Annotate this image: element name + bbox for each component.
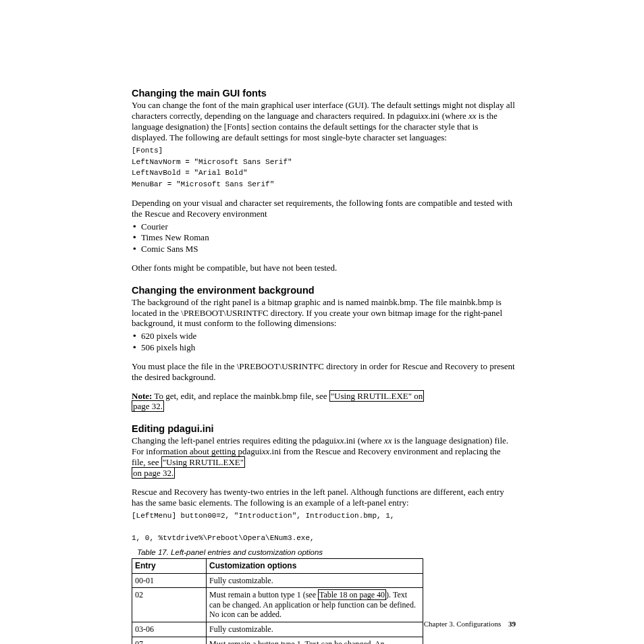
var-xx: xx <box>262 446 270 456</box>
note-bg: Note: To get, edit, and replace the main… <box>132 391 516 412</box>
options-table: Entry Customization options 00-01 Fully … <box>132 558 423 644</box>
text: Must remain a button type 1 (see <box>209 590 318 599</box>
table-header-row: Entry Customization options <box>132 558 423 573</box>
text: .ini (where <box>344 435 384 446</box>
heading-background: Changing the environment background <box>132 285 516 296</box>
code-leftmenu: [LeftMenu] button00=2, "Introduction", I… <box>132 510 516 544</box>
cell-entry: 07 <box>132 637 207 644</box>
var-xx: xx <box>336 435 344 446</box>
page-footer: Chapter 3. Configurations 39 <box>424 620 516 628</box>
section-background: Changing the environment background The … <box>132 285 516 412</box>
table-row: 07 Must remain a button type 1. Text can… <box>132 637 423 644</box>
section-editing: Editing pdagui.ini Changing the left-pan… <box>132 423 516 644</box>
var-xx: xx <box>468 111 477 121</box>
cell-opts: Must remain a button type 1 (see Table 1… <box>207 588 423 622</box>
list-item: 506 pixels high <box>141 342 516 353</box>
para-bg-1: The background of the right panel is a b… <box>132 297 516 329</box>
link-rrutil[interactable]: "Using RRUTIL.EXE" on <box>329 390 425 402</box>
cell-entry: 02 <box>132 588 207 622</box>
th-entry: Entry <box>132 558 207 573</box>
text: To get, edit, and replace the mainbk.bmp… <box>152 391 329 401</box>
table-caption: Table 17. Left-panel entries and customi… <box>137 548 516 556</box>
link-table18[interactable]: Table 18 on page 40 <box>318 589 386 600</box>
para-fonts-1: You can change the font of the main grap… <box>132 100 516 142</box>
var-xx: xx <box>421 111 429 121</box>
table-row: 02 Must remain a button type 1 (see Tabl… <box>132 588 423 622</box>
bg-bullet-list: 620 pixels wide 506 pixels high <box>132 331 516 353</box>
cell-entry: 00-01 <box>132 573 207 588</box>
note-label: Note: <box>132 391 152 401</box>
section-fonts: Changing the main GUI fonts You can chan… <box>132 88 516 273</box>
table-row: 00-01 Fully customizable. <box>132 573 423 588</box>
link-rrutil[interactable]: "Using RRUTIL.EXE" <box>161 456 245 468</box>
heading-fonts: Changing the main GUI fonts <box>132 88 516 99</box>
para-fonts-3: Other fonts might be compatible, but hav… <box>132 263 516 273</box>
th-options: Customization options <box>207 558 423 573</box>
para-fonts-2: Depending on your visual and character s… <box>132 198 516 219</box>
list-item: Times New Roman <box>141 232 516 243</box>
list-item: Comic Sans MS <box>141 244 516 254</box>
para-bg-2: You must place the file in the \PREBOOT\… <box>132 361 516 383</box>
chapter-label: Chapter 3. Configurations <box>424 620 502 628</box>
link-rrutil-cont[interactable]: on page 32. <box>132 467 175 479</box>
cell-opts: Fully customizable. <box>207 573 423 588</box>
list-item: Courier <box>141 221 516 232</box>
text: .ini (where <box>429 111 469 121</box>
cell-entry: 03-06 <box>132 622 207 637</box>
link-rrutil-cont[interactable]: page 32. <box>132 400 164 412</box>
cell-opts: Fully customizable. <box>207 622 423 637</box>
list-item: 620 pixels wide <box>141 331 516 342</box>
document-page: Changing the main GUI fonts You can chan… <box>0 0 644 644</box>
heading-editing: Editing pdagui.ini <box>132 423 516 434</box>
cell-opts: Must remain a button type 1. Text can be… <box>207 637 423 644</box>
page-number: 39 <box>508 620 516 628</box>
var-xx: xx <box>384 435 392 446</box>
fonts-bullet-list: Courier Times New Roman Comic Sans MS <box>132 221 516 254</box>
para-edit-1: Changing the left-panel entries requires… <box>132 435 516 478</box>
code-fonts: [Fonts] LeftNavNorm = "Microsoft Sans Se… <box>132 145 516 190</box>
table-row: 03-06 Fully customizable. <box>132 622 423 637</box>
text: Changing the left-panel entries requires… <box>132 435 336 446</box>
para-edit-2: Rescue and Recovery has twenty-two entri… <box>132 487 516 508</box>
